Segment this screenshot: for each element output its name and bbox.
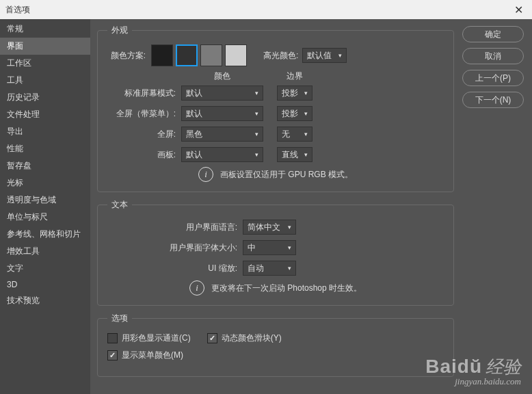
chevron-down-icon: ▾ <box>304 131 308 137</box>
chevron-down-icon: ▾ <box>304 90 308 96</box>
sidebar-item[interactable]: 3D <box>0 277 90 292</box>
chevron-down-icon: ▾ <box>288 265 291 272</box>
cancel-button[interactable]: 取消 <box>462 48 524 64</box>
options-group: 选项 用彩色显示通道(C) 动态颜色滑块(Y) 显示菜单颜色(M) <box>97 313 454 377</box>
color-select[interactable]: 默认▾ <box>181 106 263 121</box>
appearance-group: 外观 颜色方案: 高光颜色: 默认值 ▾ 颜色 边界 标准屏幕模式: 默认▾ 投… <box>97 25 454 192</box>
text-legend: 文本 <box>107 199 132 211</box>
screen-mode-label: 画板: <box>107 149 176 161</box>
screen-mode-label: 全屏（带菜单）: <box>107 108 176 120</box>
text-setting-select[interactable]: 中▾ <box>243 240 296 255</box>
screen-mode-label: 标准屏幕模式: <box>107 88 176 99</box>
sidebar-item[interactable]: 工作区 <box>0 55 90 72</box>
info-icon: i <box>189 280 204 296</box>
chevron-down-icon: ▾ <box>288 224 291 231</box>
option-color-channels[interactable]: 用彩色显示通道(C) <box>107 332 191 344</box>
sidebar-item[interactable]: 工具 <box>0 72 90 89</box>
highlight-color-value: 默认值 <box>307 50 332 62</box>
color-scheme-label: 颜色方案: <box>107 50 146 62</box>
content-panel: 确定 取消 上一个(P) 下一个(N) 外观 颜色方案: 高光颜色: 默认值 ▾… <box>90 19 532 394</box>
chevron-down-icon: ▾ <box>255 131 258 137</box>
sidebar-item[interactable]: 文件处理 <box>0 106 90 123</box>
text-info-text: 更改将在下一次启动 Photoshop 时生效。 <box>211 283 362 294</box>
sidebar-item[interactable]: 光标 <box>0 174 90 192</box>
text-setting-label: 用户界面语言: <box>107 222 237 233</box>
sidebar-item[interactable]: 技术预览 <box>0 292 90 309</box>
border-select[interactable]: 无▾ <box>277 127 312 142</box>
sidebar-item[interactable]: 常规 <box>0 21 90 38</box>
info-icon: i <box>198 167 213 182</box>
text-setting-label: 用户界面字体大小: <box>107 242 237 254</box>
close-button[interactable]: ✕ <box>505 0 532 19</box>
screen-mode-label: 全屏: <box>107 129 176 140</box>
sidebar-item[interactable]: 参考线、网格和切片 <box>0 226 90 243</box>
sidebar-item[interactable]: 历史记录 <box>0 89 90 106</box>
chevron-down-icon: ▾ <box>255 90 258 96</box>
ok-button[interactable]: 确定 <box>462 26 524 42</box>
options-legend: 选项 <box>107 313 132 324</box>
option-show-menu-colors[interactable]: 显示菜单颜色(M) <box>107 350 183 361</box>
color-select[interactable]: 默认▾ <box>181 86 263 101</box>
option-dynamic-sliders[interactable]: 动态颜色滑块(Y) <box>207 332 282 344</box>
option-label: 显示菜单颜色(M) <box>122 350 183 361</box>
color-swatch[interactable] <box>151 44 173 66</box>
highlight-color-select[interactable]: 默认值 ▾ <box>302 48 347 63</box>
chevron-down-icon: ▾ <box>338 52 342 59</box>
color-swatch[interactable] <box>176 44 198 66</box>
color-select[interactable]: 黑色▾ <box>181 127 263 142</box>
sidebar-item[interactable]: 单位与标尺 <box>0 209 90 226</box>
text-group: 文本 用户界面语言: 简体中文▾ 用户界面字体大小: 中▾ UI 缩放: 自动▾… <box>97 199 454 306</box>
border-select[interactable]: 投影▾ <box>277 106 312 121</box>
titlebar: 首选项 ✕ <box>0 0 532 19</box>
color-select[interactable]: 默认▾ <box>181 147 263 162</box>
sidebar-item[interactable]: 界面 <box>0 38 90 55</box>
appearance-legend: 外观 <box>107 25 132 36</box>
dialog-buttons: 确定 取消 上一个(P) 下一个(N) <box>462 26 524 108</box>
next-button[interactable]: 下一个(N) <box>462 92 524 108</box>
chevron-down-icon: ▾ <box>255 151 258 158</box>
sidebar-item[interactable]: 暂存盘 <box>0 157 90 174</box>
chevron-down-icon: ▾ <box>288 244 291 251</box>
sidebar-item[interactable]: 性能 <box>0 140 90 157</box>
border-column-header: 边界 <box>277 70 312 82</box>
highlight-color-label: 高光颜色: <box>263 50 298 62</box>
color-column-header: 颜色 <box>181 70 263 82</box>
chevron-down-icon: ▾ <box>255 110 258 117</box>
chevron-down-icon: ▾ <box>304 151 308 158</box>
border-select[interactable]: 投影▾ <box>277 86 312 101</box>
prev-button[interactable]: 上一个(P) <box>462 70 524 86</box>
window-title: 首选项 <box>5 4 505 16</box>
chevron-down-icon: ▾ <box>304 110 308 117</box>
appearance-info-text: 画板设置仅适用于 GPU RGB 模式。 <box>220 169 353 181</box>
option-label: 动态颜色滑块(Y) <box>222 332 282 344</box>
text-setting-select[interactable]: 简体中文▾ <box>243 220 296 235</box>
sidebar-item[interactable]: 导出 <box>0 123 90 140</box>
text-setting-label: UI 缩放: <box>107 263 237 274</box>
sidebar-item[interactable]: 文字 <box>0 260 90 277</box>
option-label: 用彩色显示通道(C) <box>122 332 191 344</box>
sidebar: 常规界面工作区工具历史记录文件处理导出性能暂存盘光标透明度与色域单位与标尺参考线… <box>0 19 90 394</box>
main-area: 常规界面工作区工具历史记录文件处理导出性能暂存盘光标透明度与色域单位与标尺参考线… <box>0 19 532 394</box>
checkbox[interactable] <box>107 333 118 343</box>
checkbox[interactable] <box>107 350 118 360</box>
border-select[interactable]: 直线▾ <box>277 147 312 162</box>
text-setting-select[interactable]: 自动▾ <box>243 261 296 276</box>
sidebar-item[interactable]: 增效工具 <box>0 243 90 260</box>
color-swatch[interactable] <box>200 44 222 66</box>
checkbox[interactable] <box>207 333 217 343</box>
color-scheme-swatches <box>151 44 247 66</box>
sidebar-item[interactable]: 透明度与色域 <box>0 192 90 209</box>
color-swatch[interactable] <box>225 44 247 66</box>
